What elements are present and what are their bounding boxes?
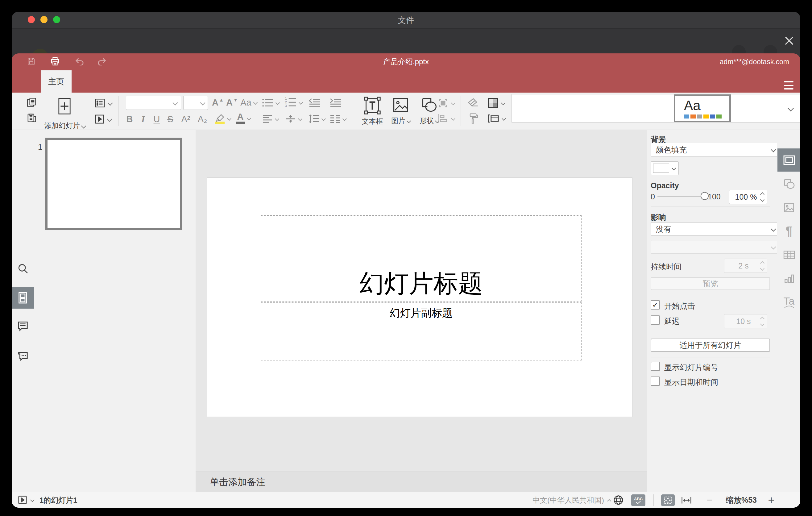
start-on-click-checkbox[interactable]: ✓ [651,300,660,310]
slide-number-status[interactable]: 1的幻灯片1 [39,492,78,508]
menu-hamburger-icon[interactable] [784,81,793,89]
show-slide-number-checkbox[interactable] [651,362,660,371]
fit-to-slide-toggle-active[interactable] [661,494,675,506]
shape-settings-tab[interactable] [778,172,800,195]
comments-icon[interactable] [12,315,34,337]
chevron-down-icon [30,498,34,502]
theme-color-swatch [684,114,689,118]
eraser-icon[interactable] [467,97,479,108]
add-slide-button[interactable]: 添加幻灯片 [45,121,85,131]
opacity-spinner[interactable]: 100 % [729,190,767,204]
paste-icon[interactable] [26,112,37,123]
table-settings-tab[interactable] [778,243,800,266]
underline-button[interactable]: U [151,113,162,125]
document-language-icon[interactable] [613,495,624,505]
duration-spinner[interactable]: 2 s [724,259,767,273]
slide-settings-tab-active[interactable] [778,148,800,172]
slide-subtitle-placeholder[interactable]: 幻灯片副标题 [261,303,582,361]
zoom-in-button[interactable]: + [765,492,778,508]
theme-color-swatch [716,114,722,118]
effect-type-select-disabled[interactable] [651,240,781,254]
subscript-button[interactable]: A₂ [195,113,210,125]
slide-size-button[interactable] [488,114,505,123]
theme-item[interactable] [512,94,566,122]
color-swatch [653,164,669,173]
font-size-select[interactable] [183,96,208,110]
slide-thumbnail-selected[interactable] [45,138,182,230]
opacity-min: 0 [651,192,655,201]
spell-check-toggle-active[interactable]: ABC [631,494,645,506]
language-selector[interactable]: 中文(中华人民共和国) [532,492,611,508]
strikeout-button[interactable]: S [165,113,176,125]
background-fill-select[interactable]: 颜色填充 [651,143,781,156]
fit-to-width-button[interactable] [681,496,692,505]
horizontal-align-button[interactable] [262,114,279,123]
font-name-select[interactable] [126,96,181,110]
slide-title-placeholder[interactable]: 幻灯片标题 [261,215,582,302]
slide[interactable]: 幻灯片标题 幻灯片副标题 [207,177,633,417]
search-icon[interactable] [12,258,34,279]
app-window: 文件 产品介绍.pptx adm***@dootask.com [12,12,800,508]
notes-area[interactable]: 单击添加备注 [196,471,647,492]
text-box-button[interactable]: 文本框 [358,96,386,126]
zoom-level[interactable]: 缩放%53 [721,492,761,508]
spinner-arrows[interactable] [761,259,764,273]
chat-icon[interactable] [12,345,34,366]
tab-home-active[interactable]: 主页 [41,70,71,93]
image-settings-tab[interactable] [778,196,800,219]
theme-item[interactable] [731,94,782,122]
apply-to-all-button[interactable]: 适用于所有幻灯片 [651,339,770,352]
italic-button[interactable]: I [138,113,149,125]
line-spacing-button[interactable] [309,114,325,123]
fill-color-swatch-button[interactable] [651,162,679,175]
textart-settings-tab[interactable]: Ta [778,290,800,314]
delay-spinner[interactable]: 10 s [724,314,767,328]
insert-image-button[interactable]: 图片 [387,96,415,125]
start-slideshow-status-button[interactable] [18,495,34,505]
theme-item-selected[interactable]: Aa [674,94,731,122]
close-icon[interactable] [785,36,794,46]
delay-checkbox[interactable] [651,315,660,325]
vertical-align-button[interactable] [285,114,302,123]
color-scheme-button[interactable] [488,97,505,109]
decrease-indent-button[interactable] [309,98,321,107]
spinner-arrows[interactable] [761,314,764,328]
bullet-list-button[interactable] [262,98,279,107]
chevron-down-icon [107,117,112,122]
theme-gallery-expand-button[interactable] [781,94,800,122]
zoom-out-button[interactable]: − [703,492,716,508]
highlight-color-button[interactable] [215,113,231,124]
theme-item[interactable] [620,94,674,122]
add-slide-icon[interactable] [58,97,71,115]
notes-placeholder: 单击添加备注 [210,476,265,489]
slides-panel-tab-active[interactable] [12,287,34,309]
copy-icon[interactable] [26,97,37,108]
font-decrease-button[interactable]: A▼ [226,96,238,109]
theme-color-swatch [691,114,696,118]
align-shape-button[interactable] [437,113,455,124]
chevron-down-icon [321,117,326,121]
opacity-slider[interactable] [658,196,704,197]
arrange-shape-button[interactable] [437,97,455,109]
bold-button[interactable]: B [124,113,135,125]
chevron-up-icon [607,499,611,503]
superscript-button[interactable]: A² [178,113,193,125]
chevron-down-icon [81,123,86,128]
preview-button[interactable]: 预览 [651,277,770,290]
show-date-time-checkbox[interactable] [651,376,660,386]
change-case-button[interactable]: Aa [240,96,257,109]
start-slideshow-button[interactable] [95,114,111,124]
paragraph-settings-tab[interactable]: ¶ [778,220,800,242]
numbered-list-button[interactable]: 1 2 3 [285,97,302,108]
paint-roller-icon[interactable] [468,113,479,124]
columns-button[interactable] [329,114,346,123]
slide-layout-button[interactable] [95,98,112,108]
theme-item[interactable] [566,94,620,122]
font-color-button[interactable]: A [236,112,251,124]
increase-indent-button[interactable] [329,98,342,107]
font-increase-button[interactable]: A▲ [212,96,224,109]
effect-select[interactable]: 没有 [651,222,781,236]
chart-settings-tab[interactable] [778,267,800,290]
spinner-arrows[interactable] [761,190,764,204]
chevron-down-icon [672,166,676,170]
